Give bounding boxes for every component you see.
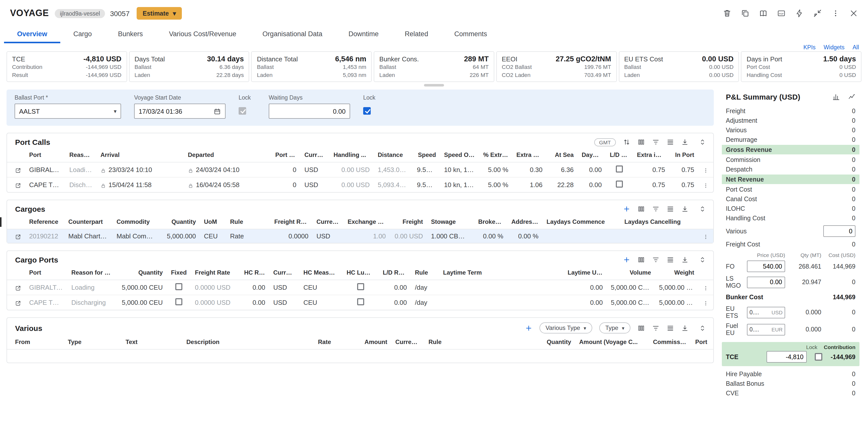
row-menu-icon[interactable] — [703, 300, 709, 306]
cell-reference[interactable]: 20190212 — [25, 229, 64, 243]
calendar-icon[interactable] — [214, 108, 221, 115]
col-type[interactable]: Type — [64, 336, 122, 349]
col-from[interactable]: From — [7, 336, 64, 349]
cell-laydays-commence[interactable] — [542, 229, 620, 243]
col-laydays-commence[interactable]: Laydays Commence — [542, 216, 620, 229]
col-days-ld[interactable]: Days L/D — [578, 149, 606, 163]
kpi-card-days-total[interactable]: Days Total30.14 days Ballast6.36 days La… — [129, 51, 249, 82]
scatter-chart-icon[interactable] — [848, 93, 856, 101]
cell-quantity[interactable]: 5,000.00 CEU — [116, 280, 167, 295]
filter-button[interactable] — [652, 205, 659, 213]
col-rule[interactable]: Rule — [425, 336, 528, 349]
cell-extra-at-sea[interactable]: 0.30 — [513, 163, 547, 177]
sort-button[interactable] — [623, 139, 630, 146]
expand-section-button[interactable] — [699, 324, 706, 332]
ld-fixed-checkbox[interactable] — [616, 181, 623, 188]
col-amount[interactable]: Amount — [335, 336, 391, 349]
cell-in-port[interactable]: 0.75 — [669, 163, 698, 177]
download-button[interactable] — [681, 139, 689, 146]
row-density-button[interactable] — [666, 324, 674, 332]
open-row-icon[interactable] — [15, 300, 21, 306]
more-options-button[interactable] — [831, 9, 840, 18]
lock-waiting-checkbox[interactable] — [363, 107, 371, 115]
col-hc-rate[interactable]: HC Rate — [240, 267, 269, 280]
cell-weight[interactable]: 5,000.00 MT — [655, 295, 698, 310]
eu-ets-price-input[interactable]: 0....USD — [747, 307, 785, 318]
fuel-eu-price-input[interactable]: 0....EUR — [747, 324, 785, 336]
col-ld-rate[interactable]: L/D Rate — [379, 267, 411, 280]
col-counterpart[interactable]: Counterpart — [64, 216, 113, 229]
col-uom[interactable]: UoM — [200, 216, 226, 229]
filter-button[interactable] — [652, 256, 659, 264]
kpi-card-days-in-port[interactable]: Days in Port1.50 days Port Cost0 USD Han… — [741, 51, 862, 82]
kpi-card-bunker-cons[interactable]: Bunker Cons.289 MT Ballast64 MT Laden226… — [374, 51, 494, 82]
download-button[interactable] — [681, 205, 689, 213]
port-call-row[interactable]: GIBRALTAR Loading 23/03/24 10:10 24/03/2… — [7, 163, 713, 177]
col-departed[interactable]: Departed — [184, 149, 271, 163]
col-speed-ordered[interactable]: Speed Ord... — [440, 149, 479, 163]
col-address-c[interactable]: Address C... — [507, 216, 542, 229]
cell-uom[interactable]: CEU — [200, 229, 226, 243]
cell-ld-rate[interactable]: 0.00 — [379, 280, 411, 295]
col-in-port[interactable]: In Port — [669, 149, 698, 163]
voyage-start-date-input[interactable]: 17/03/24 01:36 — [134, 104, 225, 119]
col-port-cost[interactable]: Port Cost — [271, 149, 300, 163]
cell-departed[interactable]: 16/04/24 05:58 — [184, 177, 271, 192]
col-commission[interactable]: Commission — [649, 336, 691, 349]
cell-pct-extra[interactable]: 5.00 % — [479, 177, 513, 192]
col-commodity[interactable]: Commodity — [113, 216, 161, 229]
gmt-chip[interactable]: GMT — [594, 138, 616, 146]
cell-extra-in-port[interactable]: 0.75 — [633, 163, 669, 177]
cell-rule[interactable]: /day — [411, 295, 439, 310]
cell-speed[interactable]: 9.52 kn — [413, 163, 440, 177]
open-row-icon[interactable] — [15, 168, 21, 173]
fixed-checkbox[interactable] — [175, 283, 182, 290]
kpi-card-tce[interactable]: TCE-4,810 USD Contribution-144,969 USD R… — [6, 51, 127, 82]
cell-freight[interactable]: 0.00 USD — [390, 229, 427, 243]
row-density-button[interactable] — [666, 205, 674, 213]
cell-speed-ordered[interactable]: 10 kn, 10 ... — [440, 177, 479, 192]
cell-weight[interactable]: 5,000.00 MT — [655, 280, 698, 295]
cell-freight-rate[interactable]: 0.0000 USD — [191, 280, 240, 295]
row-menu-icon[interactable] — [703, 234, 709, 240]
cell-laydays-cancelling[interactable] — [620, 229, 698, 243]
tab-downtime[interactable]: Downtime — [336, 26, 392, 43]
cell-laytime-term[interactable] — [439, 295, 564, 310]
cell-reason[interactable]: Discharging — [65, 177, 96, 192]
cell-stowage[interactable]: 1.000 CBM/C... — [427, 229, 474, 243]
col-currency[interactable]: Currency — [391, 336, 425, 349]
cell-arrival[interactable]: 15/04/24 11:58 — [96, 177, 184, 192]
col-freight-rate[interactable]: Freight Rate — [191, 267, 240, 280]
fixed-checkbox[interactable] — [175, 298, 182, 306]
col-currency[interactable]: Currency — [300, 149, 330, 163]
cargo-port-row[interactable]: GIBRALTAR Loading 5,000.00 CEU 0.0000 US… — [7, 280, 713, 295]
kpi-card-distance-total[interactable]: Distance Total6,546 nm Ballast1,453 nm L… — [251, 51, 372, 82]
col-quantity[interactable]: Quantity — [116, 267, 167, 280]
cell-laytime-used[interactable]: 0.00 — [564, 280, 607, 295]
port-call-row[interactable]: CAPE TO... Discharging 15/04/24 11:58 16… — [7, 177, 713, 192]
cell-rule[interactable]: Rate — [226, 229, 270, 243]
cell-freight-rate[interactable]: 0.0000 — [270, 229, 312, 243]
col-pct-extra[interactable]: % Extra At... — [479, 149, 513, 163]
cell-port[interactable]: GIBRALTAR — [25, 163, 65, 177]
tab-comments[interactable]: Comments — [441, 26, 500, 43]
col-laytime-used[interactable]: Laytime Used — [564, 267, 607, 280]
col-exchange-rate[interactable]: Exchange Rate — [344, 216, 390, 229]
col-description[interactable]: Description — [182, 336, 287, 349]
col-rule[interactable]: Rule — [226, 216, 270, 229]
add-cargo-button[interactable] — [623, 205, 630, 213]
cell-currency[interactable]: USD — [269, 295, 299, 310]
tab-organisational-data[interactable]: Organisational Data — [249, 26, 336, 43]
link-widgets[interactable]: Widgets — [824, 44, 844, 50]
cell-extra-in-port[interactable]: 0.75 — [633, 177, 669, 192]
row-menu-icon[interactable] — [703, 285, 709, 291]
cell-quantity[interactable]: 5,000.000 — [161, 229, 200, 243]
col-laytime-term[interactable]: Laytime Term — [439, 267, 564, 280]
col-at-sea[interactable]: At Sea — [547, 149, 578, 163]
cell-port-cost[interactable]: 0 — [271, 163, 300, 177]
cell-hc-rate[interactable]: 0.00 — [240, 295, 269, 310]
col-quantity[interactable]: Quantity — [161, 216, 200, 229]
row-menu-icon[interactable] — [703, 168, 709, 173]
tab-bunkers[interactable]: Bunkers — [105, 26, 156, 43]
col-broker-c[interactable]: Broker C... — [474, 216, 507, 229]
